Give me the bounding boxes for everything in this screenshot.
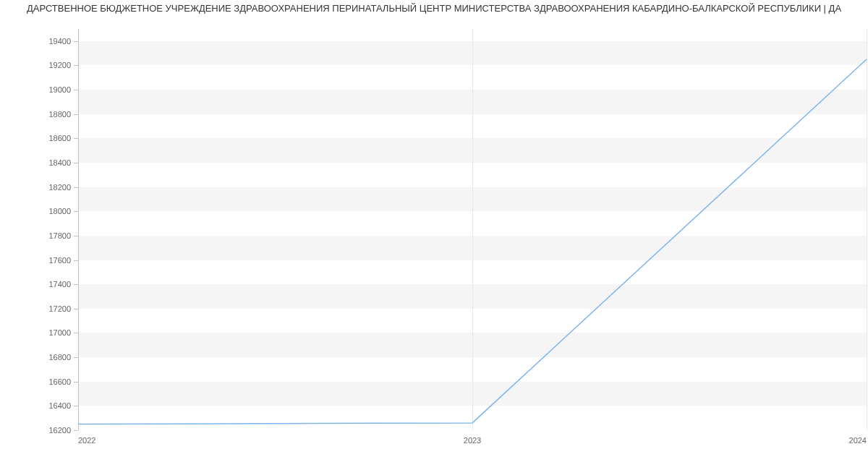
y-axis-label: 18800 <box>48 110 71 119</box>
y-axis-label: 19400 <box>48 37 71 46</box>
y-axis-label: 17800 <box>48 231 71 240</box>
x-axis-label: 2023 <box>464 436 481 445</box>
y-axis-label: 16800 <box>48 353 71 362</box>
y-axis-label: 16400 <box>48 401 71 410</box>
plot-area: 1620016400166001680017000172001740017600… <box>78 29 867 430</box>
chart-title: ДАРСТВЕННОЕ БЮДЖЕТНОЕ УЧРЕЖДЕНИЕ ЗДРАВОО… <box>0 0 868 20</box>
y-tick <box>74 430 78 431</box>
grid-line-x <box>867 29 867 430</box>
y-axis-label: 18000 <box>48 207 71 215</box>
y-axis-label: 18400 <box>48 158 71 167</box>
y-axis-label: 18600 <box>48 134 71 142</box>
line-path <box>78 59 867 424</box>
y-axis-label: 19000 <box>48 85 71 94</box>
y-axis-label: 17200 <box>48 304 71 313</box>
data-line <box>78 29 867 430</box>
y-axis-label: 17600 <box>48 256 71 265</box>
x-axis-label: 2022 <box>78 436 95 445</box>
y-axis-label: 16200 <box>48 426 71 435</box>
x-axis-label: 2024 <box>849 436 867 445</box>
y-axis-label: 17400 <box>48 280 71 289</box>
y-axis-label: 17000 <box>48 328 71 337</box>
y-axis-label: 19200 <box>48 61 71 69</box>
y-axis-label: 16600 <box>48 377 71 386</box>
chart-container: ДАРСТВЕННОЕ БЮДЖЕТНОЕ УЧРЕЖДЕНИЕ ЗДРАВОО… <box>0 0 868 470</box>
y-axis-label: 18200 <box>48 183 71 192</box>
